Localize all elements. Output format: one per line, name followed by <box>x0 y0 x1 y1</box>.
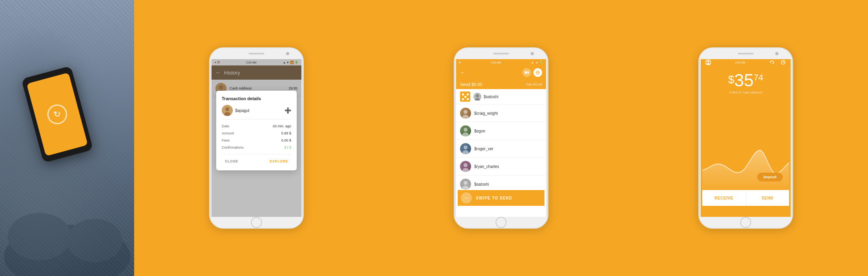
contact-name: $craig_wright <box>474 111 498 116</box>
home-btn-4[interactable] <box>740 217 751 228</box>
dollar-sign: $ <box>728 74 734 85</box>
svg-point-34 <box>707 63 710 65</box>
txn-username: $apagut <box>235 108 249 113</box>
svg-point-33 <box>707 61 709 63</box>
txn-confirm-row: Confirmations 3 / 3 <box>222 145 291 149</box>
section-send: ■ 2:02 AM ▲ 📶 🔋 ← <box>379 0 623 276</box>
phone-send: ■ 2:02 AM ▲ 📶 🔋 ← <box>454 47 548 229</box>
contact-avatar <box>460 125 471 136</box>
phone-bottom-3 <box>455 217 548 228</box>
txn-modal-title: Transaction details <box>222 96 291 101</box>
contact-avatar <box>460 108 471 119</box>
svg-rect-9 <box>525 71 527 74</box>
contact-list-item[interactable]: $roger_ver <box>456 140 546 158</box>
phone-top-bar-2 <box>210 48 303 59</box>
status-bar-4: 2:02 AM <box>701 59 791 65</box>
txn-confirm-label: Confirmations <box>222 145 244 149</box>
swipe-label: SWIPE TO SEND <box>476 196 512 200</box>
speaker-4 <box>738 53 754 54</box>
contact-list-item[interactable]: $ryan_charles <box>456 158 546 175</box>
clock-icon[interactable] <box>779 59 788 67</box>
svg-marker-35 <box>770 62 771 63</box>
wallet-chart <box>702 139 789 190</box>
txn-date-label: Date <box>222 124 229 128</box>
txn-avatar <box>222 105 233 116</box>
photo-section: ↻ <box>0 0 134 276</box>
txn-user-info: $apagut <box>222 105 249 116</box>
contact-list-item[interactable]: $egon <box>456 122 546 140</box>
contact-avatar <box>460 179 471 190</box>
phone-screen-send: ■ 2:02 AM ▲ 📶 🔋 ← <box>456 59 546 217</box>
recipient-input[interactable] <box>484 95 542 99</box>
svg-point-18 <box>464 110 468 114</box>
qr-icon[interactable] <box>460 91 470 102</box>
contact-name: $egon <box>474 129 485 133</box>
section-wallet: 2:02 AM $ 35 74 <box>623 0 868 276</box>
send-header-icons <box>522 68 542 77</box>
txn-date-value: 43 min. ago <box>273 124 291 128</box>
add-contact-icon[interactable]: ➕ <box>284 107 291 114</box>
globe-icon[interactable] <box>533 68 542 77</box>
txn-fees-row: Fees 0.00 $ <box>222 138 291 142</box>
section-history: ●⏰ 2:02 AM ▲▼ 📶 🔋 ← History <box>134 0 379 276</box>
balance-main: 35 <box>734 72 754 89</box>
swipe-bar[interactable]: → SWIPE TO SEND <box>458 190 544 206</box>
svg-line-38 <box>783 62 784 63</box>
wallet-action-bar: RECEIVE SEND <box>702 190 789 206</box>
contact-name: $satoshi <box>474 182 489 186</box>
txn-user-row: $apagut ➕ <box>222 105 291 119</box>
swipe-arrow[interactable]: → <box>461 192 472 203</box>
phone-wallet: 2:02 AM $ 35 74 <box>698 47 793 229</box>
photo-bg: ↻ <box>0 0 134 276</box>
svg-point-15 <box>476 94 479 97</box>
send-input-row <box>456 89 546 104</box>
deposit-button[interactable]: Deposit <box>757 173 783 181</box>
phone-history: ●⏰ 2:02 AM ▲▼ 📶 🔋 ← History <box>209 47 304 229</box>
wallet-balance: $ 35 74 4,504.47 Cash (testnet) <box>701 65 791 97</box>
camera-3 <box>531 52 534 55</box>
refresh-icon[interactable] <box>768 59 776 67</box>
sub-balance: 4,504.47 Cash (testnet) <box>705 91 787 94</box>
send-header: ← <box>456 65 546 80</box>
phone-bottom-2 <box>210 217 303 228</box>
txn-modal-footer: CLOSE EXPLORE <box>222 154 291 165</box>
time-3: 2:02 AM <box>491 61 501 64</box>
txn-amount-label: Amount <box>222 131 234 135</box>
profile-icon[interactable] <box>704 59 713 67</box>
explore-button[interactable]: EXPLORE <box>266 158 291 165</box>
balance-cents: 74 <box>754 73 763 82</box>
phone-bottom-4 <box>699 217 792 228</box>
home-btn-3[interactable] <box>496 217 507 228</box>
phone-screen-wallet: 2:02 AM $ 35 74 <box>701 59 791 217</box>
app-logo: ↻ <box>45 102 69 126</box>
svg-point-21 <box>464 128 468 132</box>
camera-2 <box>286 52 289 55</box>
back-button-send[interactable]: ← <box>460 69 466 76</box>
svg-point-7 <box>225 107 229 111</box>
phone-screen-history: ●⏰ 2:02 AM ▲▼ 📶 🔋 ← History <box>211 59 301 217</box>
speaker-3 <box>493 53 509 54</box>
wallet-bg: 2:02 AM $ 35 74 <box>701 59 791 217</box>
receive-button[interactable]: RECEIVE <box>702 190 746 206</box>
svg-point-27 <box>464 163 468 167</box>
txn-amount-value: 5.89 $ <box>281 131 291 135</box>
close-button[interactable]: CLOSE <box>222 158 241 165</box>
send-fee: Fee €0.09 <box>526 82 542 86</box>
contact-list-item[interactable]: $craig_wright <box>456 104 546 122</box>
txn-confirm-value: 3 / 3 <box>284 145 291 149</box>
transaction-modal: Transaction details $apagut ➕ <box>216 91 297 170</box>
balance-display: $ 35 74 <box>705 72 787 89</box>
contact-list: $craig_wright$egon$roger_ver$ryan_charle… <box>456 104 546 193</box>
contact-avatar <box>460 161 471 172</box>
time-4: 2:02 AM <box>735 61 745 64</box>
phone-top-bar-3 <box>455 48 548 59</box>
send-button[interactable]: SEND <box>746 190 789 206</box>
speaker-2 <box>249 53 264 54</box>
video-icon[interactable] <box>522 68 531 77</box>
camera-4 <box>775 52 778 55</box>
contact-avatar <box>460 143 471 154</box>
home-btn-2[interactable] <box>251 217 262 228</box>
txn-amount-row: Amount 5.89 $ <box>222 131 291 135</box>
contact-name: $roger_ver <box>474 147 493 151</box>
send-amount-bar: Send $9.00 Fee €0.09 <box>456 80 546 89</box>
